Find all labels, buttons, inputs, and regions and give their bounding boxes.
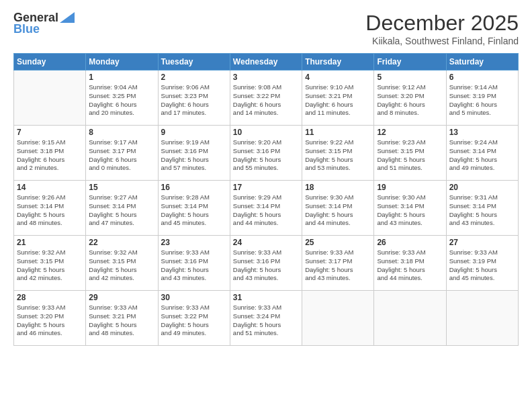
calendar-table: Sunday Monday Tuesday Wednesday Thursday… [13,53,519,346]
calendar-cell: 31Sunrise: 9:33 AM Sunset: 3:24 PM Dayli… [230,291,302,346]
cell-info: Sunrise: 9:08 AM Sunset: 3:22 PM Dayligh… [233,83,299,118]
svg-marker-0 [60,12,75,23]
page: General Blue December 2025 Kiikala, Sout… [0,0,532,411]
title-block: December 2025 Kiikala, Southwest Finland… [365,11,519,46]
calendar-cell: 29Sunrise: 9:33 AM Sunset: 3:21 PM Dayli… [86,291,158,346]
col-wednesday: Wednesday [230,54,302,71]
calendar-week-row: 7Sunrise: 9:15 AM Sunset: 3:18 PM Daylig… [14,126,519,181]
calendar-cell [14,71,86,126]
calendar-cell: 21Sunrise: 9:32 AM Sunset: 3:15 PM Dayli… [14,236,86,291]
cell-info: Sunrise: 9:14 AM Sunset: 3:19 PM Dayligh… [449,83,515,118]
cell-info: Sunrise: 9:10 AM Sunset: 3:21 PM Dayligh… [305,83,371,118]
cell-info: Sunrise: 9:33 AM Sunset: 3:24 PM Dayligh… [233,304,299,338]
cell-info: Sunrise: 9:31 AM Sunset: 3:14 PM Dayligh… [449,193,515,228]
calendar-cell: 9Sunrise: 9:19 AM Sunset: 3:16 PM Daylig… [158,126,230,181]
location: Kiikala, Southwest Finland, Finland [365,36,519,46]
header: General Blue December 2025 Kiikala, Sout… [13,11,519,46]
cell-info: Sunrise: 9:33 AM Sunset: 3:16 PM Dayligh… [161,248,227,283]
col-thursday: Thursday [302,54,374,71]
calendar-cell: 5Sunrise: 9:12 AM Sunset: 3:20 PM Daylig… [374,71,446,126]
day-number: 28 [17,293,83,302]
calendar-cell: 12Sunrise: 9:23 AM Sunset: 3:15 PM Dayli… [374,126,446,181]
day-number: 14 [17,183,83,192]
calendar-cell: 14Sunrise: 9:26 AM Sunset: 3:14 PM Dayli… [14,181,86,236]
day-number: 11 [305,128,371,137]
col-tuesday: Tuesday [158,54,230,71]
cell-info: Sunrise: 9:22 AM Sunset: 3:15 PM Dayligh… [305,138,371,173]
cell-info: Sunrise: 9:29 AM Sunset: 3:14 PM Dayligh… [233,193,299,228]
cell-info: Sunrise: 9:32 AM Sunset: 3:15 PM Dayligh… [89,248,154,283]
calendar-week-row: 28Sunrise: 9:33 AM Sunset: 3:20 PM Dayli… [14,291,519,346]
day-number: 15 [89,183,154,192]
calendar-cell: 28Sunrise: 9:33 AM Sunset: 3:20 PM Dayli… [14,291,86,346]
calendar-cell: 17Sunrise: 9:29 AM Sunset: 3:14 PM Dayli… [230,181,302,236]
day-number: 30 [161,293,227,302]
day-number: 4 [305,73,371,82]
day-number: 31 [233,293,299,302]
day-number: 16 [161,183,227,192]
day-number: 22 [89,238,154,247]
day-number: 8 [89,128,154,137]
calendar-cell [302,291,374,346]
cell-info: Sunrise: 9:33 AM Sunset: 3:17 PM Dayligh… [305,248,371,283]
cell-info: Sunrise: 9:33 AM Sunset: 3:22 PM Dayligh… [161,304,227,338]
cell-info: Sunrise: 9:33 AM Sunset: 3:19 PM Dayligh… [449,248,515,283]
calendar-cell: 3Sunrise: 9:08 AM Sunset: 3:22 PM Daylig… [230,71,302,126]
calendar-week-row: 21Sunrise: 9:32 AM Sunset: 3:15 PM Dayli… [14,236,519,291]
calendar-cell: 13Sunrise: 9:24 AM Sunset: 3:14 PM Dayli… [446,126,518,181]
day-number: 24 [233,238,299,247]
calendar-cell: 6Sunrise: 9:14 AM Sunset: 3:19 PM Daylig… [446,71,518,126]
day-number: 20 [449,183,515,192]
day-number: 18 [305,183,371,192]
cell-info: Sunrise: 9:04 AM Sunset: 3:25 PM Dayligh… [89,83,154,118]
day-number: 29 [89,293,154,302]
day-number: 26 [377,238,443,247]
cell-info: Sunrise: 9:26 AM Sunset: 3:14 PM Dayligh… [17,193,83,228]
cell-info: Sunrise: 9:06 AM Sunset: 3:23 PM Dayligh… [161,83,227,118]
col-sunday: Sunday [14,54,86,71]
cell-info: Sunrise: 9:30 AM Sunset: 3:14 PM Dayligh… [305,193,371,228]
calendar-cell: 30Sunrise: 9:33 AM Sunset: 3:22 PM Dayli… [158,291,230,346]
calendar-cell: 23Sunrise: 9:33 AM Sunset: 3:16 PM Dayli… [158,236,230,291]
cell-info: Sunrise: 9:27 AM Sunset: 3:14 PM Dayligh… [89,193,154,228]
day-number: 23 [161,238,227,247]
calendar-cell: 7Sunrise: 9:15 AM Sunset: 3:18 PM Daylig… [14,126,86,181]
calendar-cell: 22Sunrise: 9:32 AM Sunset: 3:15 PM Dayli… [86,236,158,291]
calendar-cell [446,291,518,346]
cell-info: Sunrise: 9:24 AM Sunset: 3:14 PM Dayligh… [449,138,515,173]
day-number: 10 [233,128,299,137]
logo: General Blue [13,11,75,36]
calendar-cell [374,291,446,346]
calendar-cell: 25Sunrise: 9:33 AM Sunset: 3:17 PM Dayli… [302,236,374,291]
day-number: 13 [449,128,515,137]
cell-info: Sunrise: 9:33 AM Sunset: 3:20 PM Dayligh… [17,304,83,338]
day-number: 9 [161,128,227,137]
calendar-week-row: 14Sunrise: 9:26 AM Sunset: 3:14 PM Dayli… [14,181,519,236]
calendar-cell: 26Sunrise: 9:33 AM Sunset: 3:18 PM Dayli… [374,236,446,291]
calendar-cell: 19Sunrise: 9:30 AM Sunset: 3:14 PM Dayli… [374,181,446,236]
calendar-cell: 4Sunrise: 9:10 AM Sunset: 3:21 PM Daylig… [302,71,374,126]
calendar-cell: 1Sunrise: 9:04 AM Sunset: 3:25 PM Daylig… [86,71,158,126]
cell-info: Sunrise: 9:17 AM Sunset: 3:17 PM Dayligh… [89,138,154,173]
day-number: 6 [449,73,515,82]
calendar-cell: 11Sunrise: 9:22 AM Sunset: 3:15 PM Dayli… [302,126,374,181]
calendar-cell: 8Sunrise: 9:17 AM Sunset: 3:17 PM Daylig… [86,126,158,181]
cell-info: Sunrise: 9:33 AM Sunset: 3:21 PM Dayligh… [89,304,154,338]
day-number: 3 [233,73,299,82]
col-monday: Monday [86,54,158,71]
calendar-week-row: 1Sunrise: 9:04 AM Sunset: 3:25 PM Daylig… [14,71,519,126]
calendar-cell: 20Sunrise: 9:31 AM Sunset: 3:14 PM Dayli… [446,181,518,236]
cell-info: Sunrise: 9:33 AM Sunset: 3:16 PM Dayligh… [233,248,299,283]
day-number: 17 [233,183,299,192]
logo-blue-text: Blue [13,22,40,36]
day-number: 7 [17,128,83,137]
logo-icon [60,12,75,23]
calendar-cell: 15Sunrise: 9:27 AM Sunset: 3:14 PM Dayli… [86,181,158,236]
day-number: 2 [161,73,227,82]
col-saturday: Saturday [446,54,518,71]
day-number: 27 [449,238,515,247]
day-number: 5 [377,73,443,82]
day-number: 1 [89,73,154,82]
cell-info: Sunrise: 9:30 AM Sunset: 3:14 PM Dayligh… [377,193,443,228]
col-friday: Friday [374,54,446,71]
